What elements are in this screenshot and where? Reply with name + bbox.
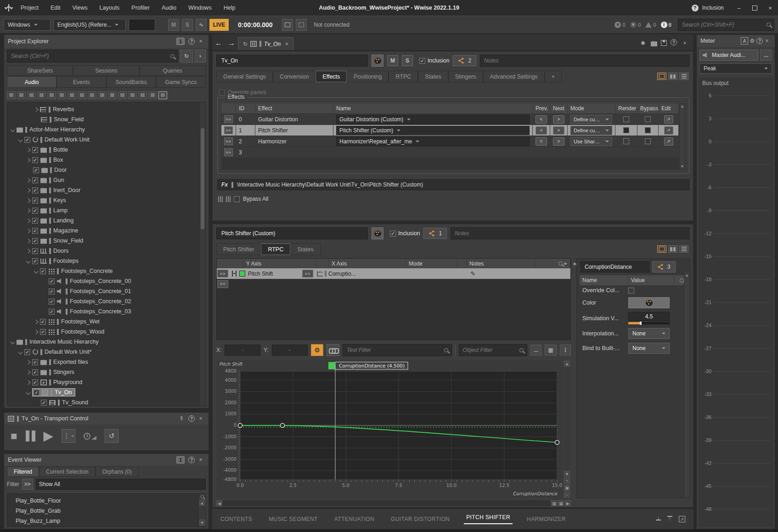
view-list-button[interactable] — [679, 73, 688, 80]
gear-icon[interactable]: ⚙ — [748, 37, 756, 45]
scroll-right-icon[interactable]: ▶ — [565, 500, 571, 506]
effect-mode-dropdown[interactable]: Use ShareS... — [570, 137, 612, 146]
explorer-search-input[interactable] — [7, 50, 178, 62]
tree-item-checkbox[interactable] — [32, 379, 38, 385]
chevron-right-icon[interactable] — [34, 107, 39, 112]
game-parameter-name[interactable]: CorruptionDistance — [581, 261, 649, 272]
inclusion-checkbox[interactable] — [419, 58, 425, 64]
maximize-button[interactable] — [747, 0, 762, 16]
chevron-right-icon[interactable] — [34, 319, 39, 324]
menu-edit[interactable]: Edit — [45, 0, 67, 16]
play-button[interactable]: ▶ — [44, 430, 54, 442]
link-axes-button[interactable] — [327, 344, 339, 356]
bottom-tab-guitar-distortion[interactable]: GUITAR DISTORTION — [391, 516, 450, 522]
bypass-checkbox[interactable] — [645, 138, 651, 144]
override-parent-checkbox[interactable] — [219, 90, 225, 96]
tree-item-checkbox[interactable] — [34, 390, 39, 396]
tree-item-footsteps-concrete-03[interactable]: Footsteps_Concrete_03 — [7, 306, 199, 317]
tree-item-gun[interactable]: Gun — [7, 175, 199, 185]
view-single-button[interactable] — [657, 245, 666, 253]
music-segment-icon[interactable] — [138, 91, 147, 99]
simulation-value-control[interactable]: 4.5 — [628, 312, 670, 324]
sharesets-button[interactable]: 1 — [423, 228, 447, 239]
bottom-tab-pitch-shifter[interactable]: PITCH SHIFTER — [466, 514, 510, 524]
import-icon[interactable]: ↓ — [656, 516, 661, 522]
close-button[interactable]: × — [762, 0, 778, 16]
tree-item-box[interactable]: Box — [7, 155, 199, 165]
render-checkbox[interactable] — [623, 116, 629, 122]
kebab-menu-button[interactable]: ⋮ — [560, 345, 571, 356]
layout-badge[interactable]: 1 — [176, 456, 185, 464]
chevron-right-icon[interactable] — [26, 360, 31, 364]
filter-expand-button[interactable]: >> — [22, 479, 33, 490]
color-palette-button[interactable] — [372, 227, 383, 239]
color-picker-button[interactable] — [628, 297, 670, 308]
document-tab-tv-on[interactable]: ↻ Tv_On × — [238, 37, 293, 50]
bypass-checkbox[interactable] — [645, 127, 651, 133]
chevron-right-icon[interactable] — [26, 178, 31, 182]
tab-filtered[interactable]: Filtered — [7, 467, 39, 477]
tree-item-checkbox[interactable] — [32, 157, 38, 163]
edit-effect-button[interactable]: ↗ — [664, 115, 673, 124]
chevron-down-icon[interactable] — [11, 340, 15, 344]
chevron-right-icon[interactable] — [34, 329, 39, 334]
render-checkbox[interactable] — [623, 138, 629, 144]
global-search-input[interactable] — [678, 19, 774, 31]
view-split-button[interactable] — [668, 73, 677, 80]
tree-item-checkbox[interactable] — [32, 198, 38, 204]
tree-item-checkbox[interactable] — [49, 309, 55, 315]
tab-general-settings[interactable]: General Settings — [216, 71, 273, 82]
scroll-up-icon[interactable]: ▲ — [681, 104, 684, 108]
tab-rtpc[interactable]: RTPC — [389, 71, 418, 82]
remote-connect-button[interactable] — [282, 19, 293, 31]
effect-row-3[interactable]: >>3 — [221, 147, 679, 158]
slider-thumb[interactable] — [640, 322, 642, 325]
tree-item-checkbox[interactable] — [32, 359, 38, 365]
effect-name-field[interactable]: Pitch Shifter (Custom) — [216, 227, 368, 239]
chevron-down-icon[interactable] — [11, 127, 15, 132]
tree-item-checkbox[interactable] — [32, 238, 38, 244]
chevron-down-icon[interactable] — [26, 259, 31, 263]
tree-item-checkbox[interactable] — [40, 268, 46, 274]
zoom-out-icon[interactable]: − — [564, 492, 570, 498]
menu-profiler[interactable]: Profiler — [125, 0, 156, 16]
row-handle[interactable]: >> — [302, 270, 313, 277]
remote-sync-button[interactable] — [296, 19, 307, 31]
notes-field[interactable] — [451, 227, 689, 239]
sound-sfx-icon[interactable] — [88, 91, 96, 99]
scroll-left-icon[interactable]: ◀ — [216, 500, 222, 506]
bottom-tab-attenuation[interactable]: ATTENUATION — [334, 516, 374, 522]
mute-button[interactable]: M — [168, 19, 179, 31]
object-name-field[interactable]: Tv_On — [216, 55, 368, 67]
menu-help[interactable]: Help — [218, 0, 242, 16]
bypass-checkbox[interactable] — [645, 116, 651, 122]
page-icon[interactable]: ▦ — [558, 500, 564, 506]
property-dropdown[interactable]: None — [628, 328, 670, 339]
tree-item-checkbox[interactable] — [32, 218, 38, 224]
y-value-field[interactable]: - — [272, 345, 308, 356]
effect-name-dropdown[interactable]: Guitar Distortion (Custom) — [336, 115, 530, 124]
tab-states[interactable]: States — [290, 243, 320, 255]
prev-effect-button[interactable]: < — [536, 126, 547, 135]
minimize-button[interactable]: – — [731, 0, 747, 16]
bypass-all-checkbox[interactable] — [234, 196, 240, 202]
curve-point[interactable] — [238, 424, 242, 428]
chevron-right-icon[interactable] — [26, 370, 31, 374]
save-icon[interactable] — [661, 40, 667, 46]
tab-sharesets[interactable]: ShareSets — [7, 65, 73, 76]
layout-star-icon[interactable]: ✱ — [639, 39, 647, 47]
tree-scrollbar[interactable] — [199, 102, 205, 406]
tree-item-checkbox[interactable] — [41, 400, 47, 406]
zoom-in-icon[interactable]: + — [564, 478, 570, 484]
scrollbar-thumb[interactable] — [201, 128, 204, 229]
help-icon[interactable]: ? — [188, 457, 195, 463]
search-icon[interactable] — [680, 278, 684, 283]
text-filter-input[interactable] — [343, 344, 451, 356]
expand-panel-button[interactable]: › — [195, 50, 206, 62]
page-icon[interactable]: ▦ — [551, 500, 557, 506]
help-icon[interactable]: ? — [671, 39, 677, 45]
profiler-waveform-button[interactable]: ∿ — [196, 19, 207, 31]
tree-item-checkbox[interactable] — [32, 248, 38, 254]
scroll-up-icon[interactable]: ▲ — [199, 500, 205, 506]
event-list-scrollbar[interactable]: ▲ ▼ — [198, 494, 205, 526]
